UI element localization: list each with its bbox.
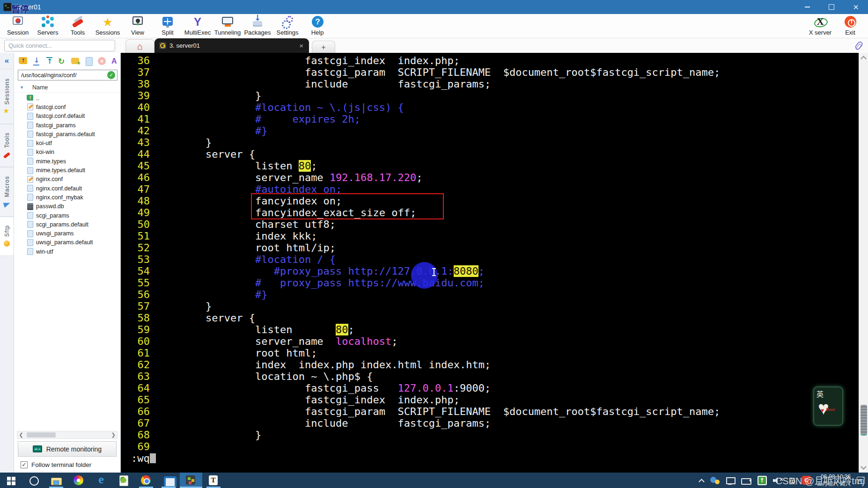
- scroll-up-arrow[interactable]: [861, 56, 867, 62]
- toolbar-button-xserver[interactable]: X server: [805, 14, 835, 38]
- collapse-sidebar-button[interactable]: «: [0, 53, 14, 69]
- file-item[interactable]: passwd.db: [14, 202, 120, 211]
- terminal-line: 53 #location / {: [131, 254, 859, 265]
- toolbar-button-exit[interactable]: Exit: [835, 14, 865, 38]
- taskbar-app-edge[interactable]: [90, 473, 112, 488]
- display-tray-icon[interactable]: [726, 477, 735, 484]
- download-icon[interactable]: [32, 57, 41, 66]
- file-item[interactable]: mime.types.default: [14, 166, 120, 175]
- sidebar-tab-macros[interactable]: Macros: [0, 167, 14, 217]
- sidebar-tab-label: Tools: [4, 132, 10, 148]
- fonts-icon[interactable]: [110, 57, 120, 66]
- taskbar-app-chrome[interactable]: [135, 473, 157, 488]
- taskbar-app-cortana[interactable]: [22, 473, 45, 488]
- moba-icon: [185, 475, 197, 486]
- taskbar-app-explorer[interactable]: [45, 473, 67, 488]
- toolbar-button-view[interactable]: View: [123, 14, 153, 38]
- toolbar-button-servers[interactable]: Servers: [33, 14, 63, 38]
- new-tab-button[interactable]: +: [312, 41, 335, 53]
- terminal-scrollbar[interactable]: [859, 53, 868, 473]
- tab-close-icon[interactable]: ×: [271, 42, 303, 50]
- settings-icon: [280, 15, 294, 29]
- new-folder-icon[interactable]: [71, 57, 81, 66]
- horizontal-scrollbar[interactable]: ❮ ❯: [17, 431, 118, 439]
- file-item[interactable]: fastcgi_params.default: [14, 130, 120, 138]
- messaging-tray-icon[interactable]: [710, 477, 720, 484]
- delete-icon[interactable]: [97, 57, 107, 66]
- taskbar-app-start[interactable]: [0, 473, 22, 488]
- line-number: 36: [131, 55, 150, 66]
- maximize-button[interactable]: [819, 0, 844, 14]
- file-item[interactable]: fastcgi.conf: [14, 102, 120, 111]
- folder-up-icon[interactable]: [19, 57, 28, 66]
- tray-expand-icon[interactable]: [699, 478, 704, 483]
- home-tab[interactable]: [125, 39, 154, 53]
- file-item[interactable]: scgi_params.default: [14, 220, 120, 229]
- file-item[interactable]: nginx.conf.default: [14, 184, 120, 193]
- file-item[interactable]: nginx.conf_mybak: [14, 193, 120, 202]
- sort-arrow-icon[interactable]: ▼: [20, 85, 24, 90]
- refresh-icon[interactable]: [58, 57, 67, 66]
- taskbar-app-npp[interactable]: [112, 473, 135, 488]
- sidebar-tab-sftp[interactable]: Sftp: [0, 217, 14, 256]
- file-item[interactable]: uwsgi_params.default: [14, 238, 120, 247]
- file-item[interactable]: uwsgi_params: [14, 229, 120, 238]
- file-item[interactable]: fastcgi_params: [14, 121, 120, 130]
- new-file-icon[interactable]: [84, 57, 94, 66]
- toolbar-button-help[interactable]: Help: [302, 14, 332, 38]
- terminal-line: 47 #autoindex on;: [131, 183, 859, 195]
- close-button[interactable]: [844, 0, 868, 14]
- toolbar-button-packages[interactable]: Packages: [243, 14, 272, 38]
- file-item[interactable]: nginx.conf: [14, 175, 120, 184]
- scroll-down-arrow[interactable]: [861, 464, 867, 470]
- toolbar-button-settings[interactable]: Settings: [272, 14, 302, 38]
- scroll-left-arrow[interactable]: ❮: [17, 431, 25, 438]
- taskbar-app-vmware[interactable]: [157, 473, 180, 488]
- sticker-char: 英: [817, 389, 824, 399]
- line-number: 51: [131, 230, 150, 242]
- toolbar-button-tools[interactable]: Tools: [63, 14, 93, 38]
- upload-icon[interactable]: [45, 57, 54, 66]
- column-name-header[interactable]: Name: [32, 84, 48, 91]
- path-ok-icon[interactable]: [107, 71, 115, 79]
- servers-icon: [41, 15, 55, 29]
- toolbar-button-session[interactable]: Session: [3, 14, 33, 38]
- title-bar[interactable]: server01: [0, 0, 868, 14]
- file-item[interactable]: scgi_params: [14, 211, 120, 220]
- follow-terminal-folder-checkbox[interactable]: [21, 461, 28, 468]
- file-item[interactable]: koi-utf: [14, 138, 120, 147]
- toolbar-button-tunneling[interactable]: Tunneling: [213, 14, 243, 38]
- attachments-icon[interactable]: [854, 41, 863, 51]
- sidebar-tab-sessions[interactable]: Sessions: [0, 69, 14, 124]
- terminal-view[interactable]: 36 fastcgi_index index.php;37 fastcgi_pa…: [121, 53, 859, 473]
- line-number: 52: [131, 242, 150, 254]
- sidebar-tab-tools[interactable]: Tools: [0, 124, 14, 167]
- tab-server01[interactable]: 3. server01 ×: [154, 38, 309, 53]
- folder-up-icon: [27, 95, 33, 102]
- taskbar-app-typora[interactable]: [202, 473, 225, 488]
- remote-monitoring-button[interactable]: Remote monitoring: [18, 441, 117, 457]
- file-item[interactable]: fastcgi.conf.default: [14, 112, 120, 121]
- file-item[interactable]: mime.types: [14, 157, 120, 166]
- tab-label: 3. server01: [169, 42, 200, 49]
- toolbar-button-sessions[interactable]: Sessions: [93, 14, 123, 38]
- file-icon: [27, 230, 33, 237]
- taskbar-app-moba[interactable]: [180, 473, 202, 488]
- file-item[interactable]: win-utf: [14, 247, 120, 256]
- scrollbar-thumb[interactable]: [861, 405, 867, 435]
- toolbar-button-split[interactable]: Split: [153, 14, 183, 38]
- taskbar-app-colorwheel[interactable]: [67, 473, 90, 488]
- update-tray-icon[interactable]: [758, 476, 767, 485]
- toolbar-button-multiexec[interactable]: MultiExec: [183, 14, 213, 38]
- quick-connect-input[interactable]: [4, 40, 115, 51]
- file-list-header[interactable]: ▼ Name: [14, 82, 120, 93]
- path-input[interactable]: [18, 70, 118, 80]
- file-item[interactable]: ..: [14, 94, 120, 102]
- battery-tray-icon[interactable]: [741, 477, 751, 484]
- terminal-line: 64 fastcgi_pass 127.0.0.1:9000;: [131, 382, 859, 394]
- scrollbar-thumb[interactable]: [27, 432, 56, 437]
- minimize-button[interactable]: [795, 0, 819, 14]
- start-icon: [6, 475, 17, 486]
- file-item[interactable]: koi-win: [14, 148, 120, 157]
- scroll-right-arrow[interactable]: ❯: [110, 431, 117, 438]
